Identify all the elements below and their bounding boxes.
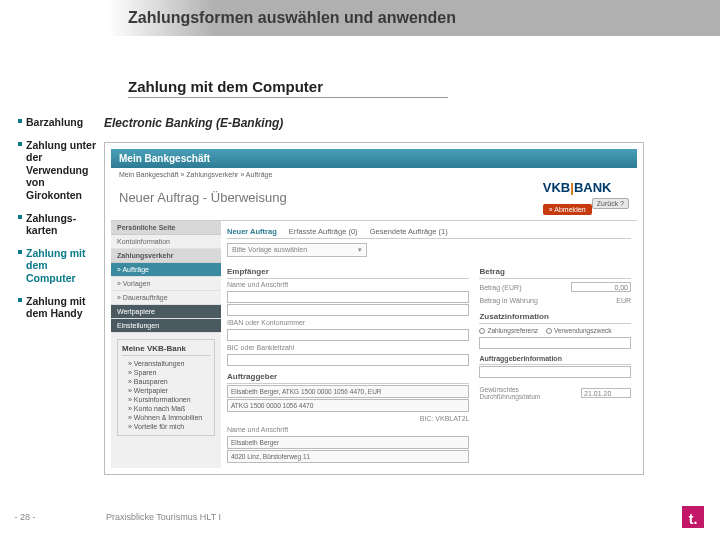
- slide-header: Zahlungsformen auswählen und anwenden: [0, 0, 720, 36]
- eb-window-title: Mein Bankgeschäft: [111, 149, 637, 168]
- page-number: - 28 -: [0, 512, 50, 522]
- col-empfaenger: Empfänger Name und Anschrift IBAN oder K…: [227, 261, 469, 464]
- nav-item-konto[interactable]: Kontoinformation: [111, 235, 221, 249]
- nav-box-item[interactable]: » Bausparen: [122, 377, 210, 386]
- back-button[interactable]: Zurück ?: [592, 198, 629, 209]
- sidebar-item-barzahlung[interactable]: Barzahlung: [18, 116, 100, 129]
- label-empfaenger: Empfänger: [227, 265, 469, 279]
- bank-logo: VKB|BANK: [543, 180, 612, 195]
- nav-box-item[interactable]: » Sparen: [122, 368, 210, 377]
- sidebar-item-label: Zahlung mit dem Handy: [26, 295, 100, 320]
- nav-box-item[interactable]: » Veranstaltungen: [122, 359, 210, 368]
- radio-icon: [479, 328, 485, 334]
- nav-section-personal[interactable]: Persönliche Seite: [111, 221, 221, 235]
- tabs: Neuer Auftrag Erfasste Aufträge (0) Gese…: [227, 225, 631, 239]
- input-datum[interactable]: 21.01.20: [581, 388, 631, 398]
- ebanking-screenshot: Mein Bankgeschäft Mein Bankgeschäft » Za…: [104, 142, 644, 475]
- main-area: Barzahlung Zahlung unter der Verwendung …: [0, 116, 720, 475]
- input-auftragsinfo[interactable]: [479, 366, 631, 378]
- bank-logo-post: BANK: [574, 180, 612, 195]
- bullet-icon: [18, 250, 22, 254]
- input-iban[interactable]: [227, 329, 469, 341]
- eb-form: Neuer Auftrag Erfasste Aufträge (0) Gese…: [221, 221, 637, 468]
- prefill-account[interactable]: Elisabeth Berger, ATKG 1500 0000 1056 44…: [227, 385, 469, 398]
- row-datum: Gewünschtes Durchführungsdatum21.01.20: [479, 384, 631, 402]
- breadcrumb: Mein Bankgeschäft » Zahlungsverkehr » Au…: [111, 168, 637, 178]
- bullet-icon: [18, 119, 22, 123]
- eb-body: Persönliche Seite Kontoinformation Zahlu…: [111, 221, 637, 468]
- tab-erfasst[interactable]: Erfasste Aufträge (0): [289, 227, 358, 236]
- nav-item-auftraege[interactable]: » Aufträge: [111, 263, 221, 277]
- nav-item-vorlagen[interactable]: » Vorlagen: [111, 277, 221, 291]
- col-betrag: Betrag Betrag (EUR)0,00 Betrag in Währun…: [479, 261, 631, 464]
- label-betrag: Betrag: [479, 265, 631, 279]
- input-zusatz[interactable]: [479, 337, 631, 349]
- chevron-down-icon: ▾: [358, 246, 362, 254]
- vorlage-select[interactable]: Bitte Vorlage auswählen▾: [227, 243, 367, 257]
- content: Electronic Banking (E-Banking) Mein Bank…: [104, 116, 720, 475]
- input-name2[interactable]: [227, 304, 469, 316]
- sidebar-item-girokonten[interactable]: Zahlung unter der Verwendung von Girokon…: [18, 139, 100, 202]
- input-name[interactable]: [227, 291, 469, 303]
- bank-logo-pre: VKB: [543, 180, 570, 195]
- label-auftraggeber: Auftraggeber: [227, 370, 469, 384]
- input-bic[interactable]: [227, 354, 469, 366]
- label-iban: IBAN oder Kontonummer: [227, 317, 469, 328]
- bullet-icon: [18, 215, 22, 219]
- form-cols: Empfänger Name und Anschrift IBAN oder K…: [227, 261, 631, 464]
- radio-label: Verwendungszweck: [554, 327, 611, 334]
- radio-verwendung[interactable]: Verwendungszweck: [546, 327, 611, 334]
- prefill-text: Elisabeth Berger, ATKG 1500 0000 1056 44…: [231, 388, 382, 395]
- nav-box-item[interactable]: » Vorteile für mich: [122, 422, 210, 431]
- radio-label: Zahlungsreferenz: [487, 327, 538, 334]
- sidebar-item-karten[interactable]: Zahlungs- karten: [18, 212, 100, 237]
- eb-top-right: VKB|BANK » Abmelden Zurück ?: [543, 178, 629, 216]
- radio-icon: [546, 328, 552, 334]
- brand-logo: t.: [682, 506, 704, 528]
- eb-page-title: Neuer Auftrag - Überweisung: [119, 190, 287, 205]
- header-title: Zahlungsformen auswählen und anwenden: [128, 9, 456, 27]
- label-datum: Gewünschtes Durchführungsdatum: [479, 386, 581, 400]
- sidebar-item-handy[interactable]: Zahlung mit dem Handy: [18, 295, 100, 320]
- vorlage-row: Bitte Vorlage auswählen▾: [227, 243, 631, 257]
- divider: [128, 97, 448, 98]
- prefill-bic: BIC: VKBLAT2L: [227, 413, 469, 424]
- nav-item-einstellungen[interactable]: Einstellungen: [111, 319, 221, 333]
- label-name: Name und Anschrift: [227, 279, 469, 290]
- row-betrag-eur: Betrag (EUR)0,00: [479, 279, 631, 295]
- bullet-icon: [18, 142, 22, 146]
- logout-button[interactable]: » Abmelden: [543, 204, 592, 215]
- nav-item-wertpapiere[interactable]: Wertpapiere: [111, 305, 221, 319]
- sidebar-item-computer[interactable]: Zahlung mit dem Computer: [18, 247, 100, 285]
- sidebar-item-label: Zahlungs- karten: [26, 212, 76, 237]
- sidebar-item-label: Barzahlung: [26, 116, 83, 129]
- label-auftragsinfo: Auftraggeberinformation: [479, 353, 631, 365]
- section-title: Zahlung mit dem Computer: [128, 78, 720, 95]
- prefill-iban: ATKG 1500 0000 1056 4470: [227, 399, 469, 412]
- radio-zahlungsref[interactable]: Zahlungsreferenz: [479, 327, 538, 334]
- eb-topbar: Neuer Auftrag - Überweisung VKB|BANK » A…: [111, 178, 637, 221]
- content-title: Electronic Banking (E-Banking): [104, 116, 700, 130]
- tab-gesendet[interactable]: Gesendete Aufträge (1): [370, 227, 448, 236]
- betrag-currency: EUR: [616, 297, 631, 304]
- label-zusatz: Zusatzinformation: [479, 310, 631, 324]
- nav-item-dauer[interactable]: » Daueraufträge: [111, 291, 221, 305]
- tab-new[interactable]: Neuer Auftrag: [227, 227, 277, 236]
- vorlage-placeholder: Bitte Vorlage auswählen: [232, 246, 307, 254]
- prefill-sender-addr: 4020 Linz, Bürstoferweg 11: [227, 450, 469, 463]
- label-bic: BIC oder Bankleitzahl: [227, 342, 469, 353]
- footer: - 28 - Praxisblicke Tourismus HLT I: [0, 512, 720, 522]
- eb-nav: Persönliche Seite Kontoinformation Zahlu…: [111, 221, 221, 468]
- nav-section-zahlung[interactable]: Zahlungsverkehr: [111, 249, 221, 263]
- input-betrag[interactable]: 0,00: [571, 282, 631, 292]
- bullet-icon: [18, 298, 22, 302]
- nav-box-item[interactable]: » Konto nach Maß: [122, 404, 210, 413]
- nav-box-item[interactable]: » Wertpapier: [122, 386, 210, 395]
- nav-box-item[interactable]: » Wohnen & Immobilien: [122, 413, 210, 422]
- nav-box: Meine VKB-Bank » Veranstaltungen » Spare…: [117, 339, 215, 436]
- nav-box-item[interactable]: » Kursinformationen: [122, 395, 210, 404]
- sidebar-item-label: Zahlung mit dem Computer: [26, 247, 100, 285]
- label-betrag-eur: Betrag (EUR): [479, 284, 521, 291]
- label-name2: Name und Anschrift: [227, 424, 469, 435]
- radio-row: Zahlungsreferenz Verwendungszweck: [479, 327, 631, 334]
